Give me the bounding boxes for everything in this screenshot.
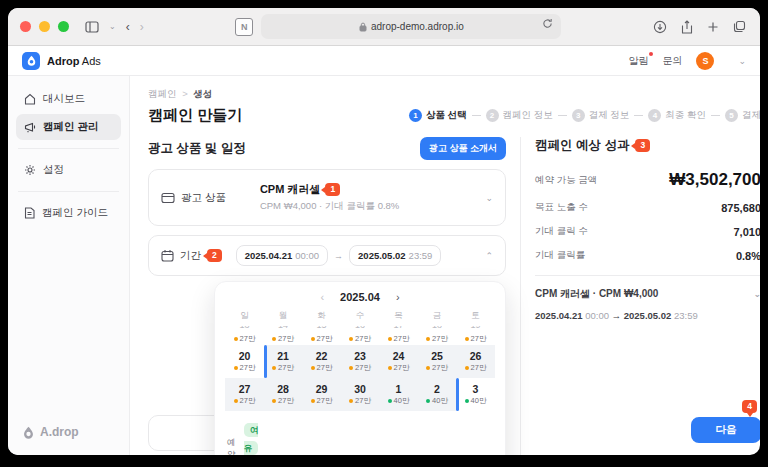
zoom-window-button[interactable] — [58, 21, 69, 32]
address-bar[interactable]: adrop-demo.adrop.io — [261, 14, 561, 39]
calendar-day-28[interactable]: 2827만 — [264, 378, 303, 411]
day-number: 20 — [239, 350, 251, 362]
breadcrumb: 캠페인 > 생성 — [148, 88, 760, 101]
stepper-step-5[interactable]: 5결제 — [725, 109, 760, 122]
sidebar-item-1[interactable]: 캠페인 관리 — [16, 114, 121, 140]
calendar-day-20[interactable]: 2027만 — [225, 345, 264, 378]
calendar-day-17[interactable]: 1727만 — [379, 324, 418, 345]
calendar-day-18[interactable]: 1827만 — [418, 324, 457, 345]
budget-value: 27만 — [278, 396, 294, 406]
calendar-day-21[interactable]: 2127만 — [264, 345, 303, 378]
next-month-button[interactable]: › — [396, 291, 400, 303]
calendar-day-30[interactable]: 3027만 — [341, 378, 380, 411]
adrop-logo-icon[interactable] — [22, 52, 40, 70]
step-number: 1 — [409, 109, 422, 122]
guide-icon — [24, 207, 35, 219]
day-number: 13 — [239, 326, 249, 333]
weekday-label: 월 — [264, 303, 303, 324]
period-chevron-up-icon[interactable]: ⌃ — [485, 251, 493, 261]
stepper-step-3[interactable]: 3결제 정보 — [572, 109, 630, 122]
day-budget: 27만 — [311, 334, 333, 344]
calendar-day-23[interactable]: 2327만 — [341, 345, 380, 378]
calendar-row-0: 1327만1427만1527만1627만1727만1827만1927만 — [225, 324, 495, 345]
budget-dot — [234, 399, 238, 403]
period-card[interactable]: 기간 2 2025.04.2100:00 → 2025.05.0223:59 ⌃ — [148, 235, 506, 276]
sidebar-item-3[interactable]: 캠페인 가이드 — [16, 200, 121, 226]
avatar[interactable]: S — [696, 52, 714, 70]
summary-panel: 캠페인 예상 성과 3 예약 가능 금액₩3,502,700목표 노출 수875… — [520, 137, 760, 455]
ad-product-card[interactable]: 광고 상품 CPM 캐러셀 1 CPM ₩4,000 · 기대 클릭률 0.8%… — [148, 169, 506, 226]
clipped-day-wrap: 16 — [355, 326, 365, 333]
calendar-day-14[interactable]: 1427만 — [264, 324, 303, 345]
day-budget: 27만 — [311, 396, 333, 406]
new-tab-icon[interactable] — [707, 21, 719, 33]
clipped-day-wrap: 13 — [239, 326, 249, 333]
day-number: 22 — [316, 350, 328, 362]
brand-name: Adrop Ads — [47, 55, 101, 67]
stepper-connector — [558, 115, 567, 116]
calendar-day-24[interactable]: 2427만 — [379, 345, 418, 378]
day-budget: 27만 — [349, 396, 371, 406]
budget-dot — [465, 366, 469, 370]
stepper-step-2[interactable]: 2캠페인 정보 — [486, 109, 553, 122]
next-button[interactable]: 다음 — [691, 417, 760, 443]
stepper-step-1[interactable]: 1상품 선택 — [409, 109, 467, 122]
step-label: 결제 — [742, 109, 760, 122]
calendar-month-label: 2025.04 — [340, 291, 380, 303]
downloads-icon[interactable] — [653, 20, 667, 34]
day-number: 29 — [316, 383, 328, 395]
sidebar-item-0[interactable]: 대시보드 — [16, 86, 121, 112]
calendar-day-19[interactable]: 1927만 — [456, 324, 495, 345]
calendar-day-1[interactable]: 140만 — [379, 378, 418, 411]
stepper-step-4[interactable]: 4최종 확인 — [648, 109, 706, 122]
share-icon[interactable] — [681, 20, 693, 34]
extension-icon[interactable]: N — [235, 18, 253, 36]
forward-button[interactable]: › — [140, 20, 144, 34]
clipped-day-wrap: 14 — [278, 326, 288, 333]
ad-product-icon — [161, 192, 175, 204]
calendar-day-26[interactable]: 2627만 — [456, 345, 495, 378]
ad-product-label: 광고 상품 — [181, 191, 226, 205]
summary-row: 기대 클릭 수7,010 — [535, 225, 760, 238]
day-number: 21 — [277, 350, 289, 362]
prev-month-button[interactable]: ‹ — [320, 291, 324, 303]
step-label: 최종 확인 — [665, 109, 706, 122]
step-label: 캠페인 정보 — [503, 109, 553, 122]
day-number: 23 — [354, 350, 366, 362]
calendar-day-29[interactable]: 2927만 — [302, 378, 341, 411]
calendar-footer: 예약 가능 예산 여유보통적음 2025.04.21 00:00⌄ → 2025… — [225, 419, 495, 455]
calendar-day-15[interactable]: 1527만 — [302, 324, 341, 345]
notifications-link[interactable]: 알림 — [628, 54, 648, 68]
sidebar-item-2[interactable]: 설정 — [16, 157, 121, 183]
back-button[interactable]: ‹ — [126, 20, 130, 34]
account-chevron-down-icon[interactable]: ⌄ — [738, 56, 746, 66]
reload-icon[interactable] — [542, 18, 553, 29]
contact-link[interactable]: 문의 — [662, 54, 682, 68]
calendar-day-13[interactable]: 1327만 — [225, 324, 264, 345]
minimize-window-button[interactable] — [39, 21, 50, 32]
adrop-footer-logo: A.drop — [22, 425, 79, 439]
stepper-connector — [634, 115, 643, 116]
start-datetime-input[interactable]: 2025.04.2100:00 — [236, 245, 328, 266]
budget-legend-label: 예약 가능 예산 — [227, 437, 238, 455]
sidebar-toggle-icon[interactable] — [85, 21, 99, 33]
budget-dot — [349, 399, 353, 403]
budget-dot — [349, 337, 353, 341]
end-datetime-input[interactable]: 2025.05.0223:59 — [349, 245, 441, 266]
calendar-day-27[interactable]: 2727만 — [225, 378, 264, 411]
product-chevron-down-icon[interactable]: ⌄ — [485, 193, 493, 203]
tab-overview-icon[interactable] — [733, 20, 746, 33]
close-window-button[interactable] — [20, 21, 31, 32]
calendar-day-25[interactable]: 2527만 — [418, 345, 457, 378]
sidebar-expand-chevron-icon[interactable]: ⌄ — [109, 22, 116, 31]
summary-product-line[interactable]: CPM 캐러셀 · CPM ₩4,000 ⌄ — [535, 287, 760, 301]
weekday-label: 토 — [456, 303, 495, 324]
breadcrumb-parent[interactable]: 캠페인 — [148, 88, 177, 99]
product-brochure-button[interactable]: 광고 상품 소개서 — [420, 137, 506, 160]
calendar-day-22[interactable]: 2227만 — [302, 345, 341, 378]
calendar-day-16[interactable]: 1627만 — [341, 324, 380, 345]
calendar-day-2[interactable]: 240만 — [418, 378, 457, 411]
budget-value: 27만 — [394, 334, 410, 344]
calendar-day-3[interactable]: 340만 — [456, 378, 495, 411]
url-text: adrop-demo.adrop.io — [371, 21, 464, 32]
